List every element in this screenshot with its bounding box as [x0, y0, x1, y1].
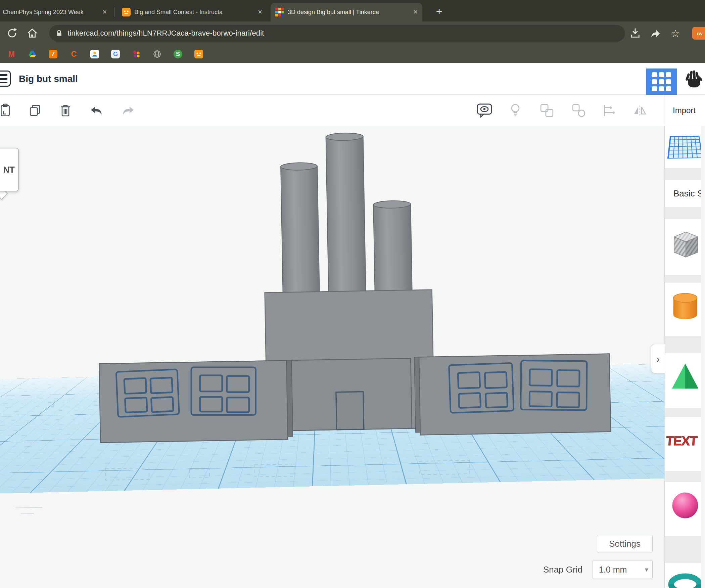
tab-strip: ChemPhys Spring 2023 Week × Big and Smal… [0, 0, 705, 21]
tab-close-icon[interactable]: × [413, 8, 418, 16]
drive-icon [28, 50, 37, 58]
download-icon [629, 28, 641, 39]
trash-icon [59, 103, 72, 118]
shapes-sidebar: Basic S TEXT [664, 126, 705, 588]
left-wing[interactable] [99, 360, 288, 443]
instructables-favicon [122, 8, 131, 16]
download-button[interactable] [628, 27, 642, 40]
copy-button[interactable] [28, 103, 43, 118]
snap-grid-label: Snap Grid [524, 560, 582, 579]
settings-button[interactable]: Settings [597, 535, 653, 552]
tinkercad-header: Big but small [0, 63, 705, 95]
bookmark-globe[interactable] [152, 49, 162, 59]
bookmark-gmail[interactable]: M [7, 49, 16, 59]
shape-torus[interactable] [665, 563, 705, 588]
tab-title: 3D design Big but small | Tinkerca [288, 9, 409, 16]
sidebar-scrollbar[interactable] [701, 126, 705, 588]
right-wing[interactable] [419, 354, 611, 435]
door[interactable] [336, 392, 364, 429]
reload-button[interactable] [5, 27, 19, 40]
browser-navbar: tinkercad.com/things/hLN7RRJCaca-brave-b… [0, 21, 705, 45]
bookmark-star-button[interactable]: ☆ [669, 27, 682, 40]
viewport[interactable]: NT Settings Snap Grid 1.0 mm ▾ [0, 126, 664, 588]
plane-sketch-marks [15, 460, 470, 514]
comments-button[interactable] [477, 103, 492, 118]
align-button[interactable] [602, 103, 617, 118]
shape-box[interactable] [665, 219, 705, 275]
browser-tab-contest[interactable]: Big and Small Contest - Instructa × [117, 3, 267, 21]
bookmark-dots[interactable] [132, 49, 141, 59]
toolbar-divider [664, 95, 664, 126]
shape-text[interactable]: TEXT [665, 417, 705, 471]
cylinder-shape-icon [668, 289, 703, 324]
shapes-section-header[interactable]: Basic S [665, 180, 705, 207]
reload-icon [6, 28, 18, 39]
torus-shape-icon [666, 566, 704, 588]
tab-title: ChemPhys Spring 2023 Week [3, 9, 98, 16]
bookmark-drive[interactable] [28, 49, 37, 59]
ungroup-button[interactable] [571, 103, 586, 118]
bookmark-gapp[interactable]: G [111, 49, 120, 59]
paste-icon [0, 103, 12, 118]
section-label: Basic S [673, 188, 703, 199]
model-factory[interactable] [0, 126, 664, 588]
comment-label: NT [3, 165, 15, 175]
tips-button[interactable] [508, 103, 523, 118]
gallery-hand-button[interactable] [684, 68, 704, 90]
globe-icon [153, 50, 161, 58]
workplane-icon [667, 136, 703, 159]
tab-title: Big and Small Contest - Instructa [134, 9, 254, 16]
bookmark-contacts[interactable] [90, 49, 99, 59]
bookmark-instructables[interactable] [194, 49, 203, 59]
bookmark-canvas[interactable]: C [69, 49, 79, 59]
group-button[interactable] [539, 103, 555, 118]
comment-popup: NT [0, 148, 19, 191]
sidebar-collapse-button[interactable]: › [651, 344, 665, 373]
copy-icon [29, 104, 42, 117]
share-icon [650, 28, 661, 39]
comment-eye-icon [477, 103, 492, 118]
menu-lines-icon [0, 74, 7, 83]
tinkercad-menu-logo[interactable] [0, 71, 11, 87]
lock-icon [55, 29, 63, 38]
address-bar[interactable]: tinkercad.com/things/hLN7RRJCaca-brave-b… [49, 25, 625, 42]
contacts-icon [90, 50, 99, 58]
shape-sphere[interactable] [665, 482, 705, 536]
pyramid-shape-icon [668, 359, 703, 394]
chevron-down-icon: ▾ [645, 566, 648, 574]
tab-close-icon[interactable]: × [258, 8, 262, 16]
share-button[interactable] [649, 27, 662, 40]
snap-grid-select[interactable]: 1.0 mm ▾ [593, 560, 653, 579]
bookmark-schoology[interactable]: S [173, 49, 183, 59]
instructables-icon [194, 50, 203, 58]
browser-tab-chemphys[interactable]: ChemPhys Spring 2023 Week × [0, 3, 111, 21]
undo-button[interactable] [89, 103, 105, 118]
group-icon [540, 103, 554, 118]
hand-icon [684, 69, 703, 89]
box-shape-icon [668, 225, 703, 260]
snap-grid-value: 1.0 mm [599, 565, 627, 575]
align-icon [602, 103, 616, 118]
new-tab-button[interactable]: + [432, 5, 446, 18]
lightbulb-icon [509, 103, 521, 118]
dashboard-grid-button[interactable] [646, 69, 677, 95]
redo-icon [120, 104, 135, 117]
browser-tab-tinkercad[interactable]: 3D design Big but small | Tinkerca × [271, 3, 422, 21]
edit-toolbar: Import [0, 95, 705, 126]
mirror-button[interactable] [632, 103, 648, 118]
paste-button[interactable] [0, 103, 13, 118]
redo-button[interactable] [120, 103, 135, 118]
mirror-icon [633, 103, 647, 118]
extension-icon[interactable]: rw [692, 27, 705, 40]
bookmarks-bar: M 7 C G S [0, 45, 705, 63]
shape-pyramid[interactable] [665, 353, 705, 408]
tab-close-icon[interactable]: × [102, 8, 107, 16]
chimney-cylinders[interactable] [280, 132, 412, 295]
delete-button[interactable] [58, 103, 73, 118]
bookmark-seven[interactable]: 7 [48, 49, 58, 59]
import-button[interactable]: Import [673, 95, 696, 126]
workplane-tool[interactable] [665, 126, 705, 168]
text-shape-icon: TEXT [666, 423, 704, 458]
home-button[interactable] [26, 27, 39, 40]
shape-cylinder[interactable] [665, 283, 705, 336]
